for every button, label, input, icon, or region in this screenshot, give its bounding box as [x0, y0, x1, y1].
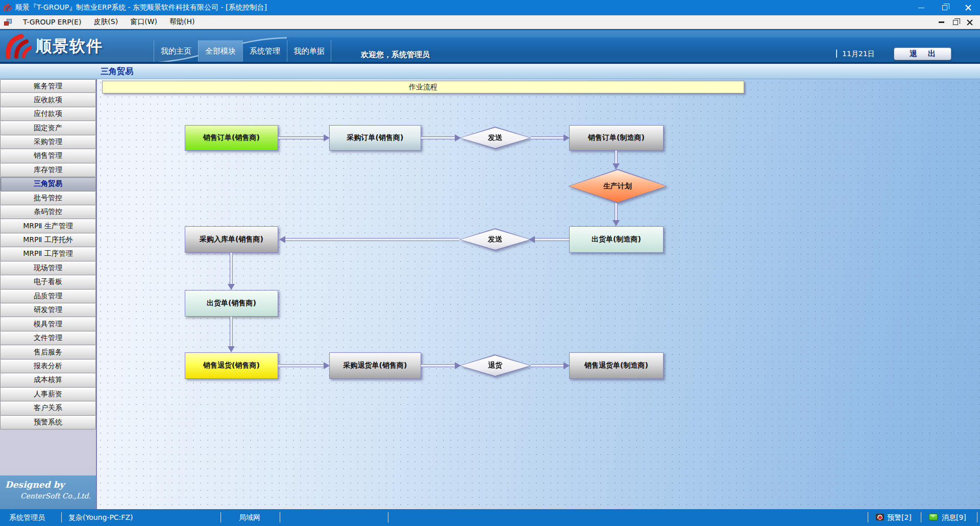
- sidebar-item-alert-system[interactable]: 预警系统: [0, 416, 96, 429]
- status-network: 局域网: [239, 513, 260, 522]
- module-sidebar: 账务管理 应收款项 应付款项 固定资产 采购管理 销售管理 库存管理 三角贸易 …: [0, 79, 97, 509]
- window-title: 顺景『T-GROUP』制造业ERP系统 - 东莞顺景软件科技有限公司 - [系统…: [15, 3, 267, 12]
- sidebar-item-costing[interactable]: 成本核算: [0, 373, 96, 387]
- menu-window[interactable]: 窗口(W): [124, 15, 163, 29]
- window-minimize-button[interactable]: [910, 0, 933, 15]
- mdi-restore-button[interactable]: [948, 15, 963, 29]
- flow-arrowhead-left: [529, 236, 535, 243]
- sidebar-item-barcode-control[interactable]: 条码管控: [0, 205, 96, 219]
- sidebar-item-triangle-trade[interactable]: 三角贸易: [0, 177, 96, 191]
- sidebar-filler: [0, 429, 96, 475]
- menu-bar: T-GROUP ERP(E) 皮肤(S) 窗口(W) 帮助(H): [0, 15, 980, 29]
- sidebar-item-payables[interactable]: 应付款项: [0, 107, 96, 121]
- workflow-canvas: 作业流程 销售订单(销售商) 采购订单(销售商) 发送 销售订单(制造商) 生产…: [97, 79, 980, 509]
- menu-help[interactable]: 帮助(H): [163, 15, 201, 29]
- flow-arrowhead-right: [455, 362, 461, 369]
- node-purchase-return-seller[interactable]: 采购退货单(销售商): [329, 352, 421, 379]
- sidebar-item-crm[interactable]: 客户关系: [0, 401, 96, 415]
- flow-arrowhead-left: [279, 236, 285, 243]
- app-header: 顺景软件 我的主页 全部模块 系统管理 我的单据 欢迎您，系统管理员 11月21…: [0, 29, 980, 64]
- module-title-bar: 三角贸易: [0, 64, 980, 79]
- tab-my-documents[interactable]: 我的单据: [287, 40, 331, 62]
- node-shipment-seller[interactable]: 出货单(销售商): [185, 290, 278, 317]
- sidebar-item-hr-payroll[interactable]: 人事薪资: [0, 388, 96, 401]
- header-swoosh-decoration: [0, 30, 980, 64]
- tab-all-modules[interactable]: 全部模块: [198, 40, 242, 62]
- node-purchase-receipt-seller[interactable]: 采购入库单(销售商): [185, 226, 278, 253]
- sidebar-item-receivables[interactable]: 应收款项: [0, 93, 96, 107]
- sidebar-item-reports[interactable]: 报表分析: [0, 360, 96, 373]
- mdi-close-button[interactable]: [963, 15, 977, 29]
- sidebar-item-documents[interactable]: 文件管理: [0, 331, 96, 345]
- node-sales-order-seller[interactable]: 销售订单(销售商): [185, 125, 278, 151]
- designed-by-panel: Designed by CenterSoft Co.,Ltd.: [0, 475, 96, 509]
- menu-tgroup-erp[interactable]: T-GROUP ERP(E): [17, 16, 87, 28]
- flow-arrowhead-right: [564, 362, 570, 369]
- flow-arrowhead-down: [612, 220, 620, 226]
- node-sales-return-maker[interactable]: 销售退货单(制造商): [569, 352, 664, 379]
- sidebar-item-e-kanban[interactable]: 电子看板: [0, 275, 96, 289]
- sidebar-item-sales[interactable]: 销售管理: [0, 149, 96, 163]
- sidebar-item-quality[interactable]: 品质管理: [0, 290, 96, 303]
- sidebar-item-rnd[interactable]: 研发管理: [0, 303, 96, 317]
- status-separator: [220, 512, 221, 522]
- status-separator: [868, 512, 868, 522]
- sidebar-item-purchasing[interactable]: 采购管理: [0, 135, 96, 149]
- flow-arrowhead-right: [324, 134, 330, 141]
- exit-button[interactable]: 退 出: [894, 47, 951, 60]
- sidebar-item-after-sales[interactable]: 售后服务: [0, 345, 96, 359]
- status-messages[interactable]: 消息[9]: [942, 513, 966, 522]
- window-titlebar: 顺景『T-GROUP』制造业ERP系统 - 东莞顺景软件科技有限公司 - [系统…: [0, 0, 980, 15]
- current-date: 11月21日: [842, 50, 875, 59]
- status-user: 系统管理员: [9, 513, 45, 522]
- flow-connector: [531, 136, 566, 139]
- sidebar-item-accounting[interactable]: 账务管理: [0, 79, 96, 93]
- sidebar-item-shopfloor[interactable]: 现场管理: [0, 261, 96, 275]
- tab-system-management[interactable]: 系统管理: [242, 40, 287, 62]
- window-restore-button[interactable]: [933, 0, 957, 15]
- mdi-minimize-button[interactable]: [934, 15, 948, 29]
- tab-my-home[interactable]: 我的主页: [154, 40, 198, 62]
- sidebar-item-mrp2-outsourcing[interactable]: MRPⅡ 工序托外: [0, 233, 96, 247]
- flow-connector: [278, 364, 325, 367]
- flow-connector: [285, 238, 459, 241]
- status-alerts[interactable]: 预警[2]: [887, 513, 912, 522]
- node-shipment-maker[interactable]: 出货单(制造商): [569, 226, 664, 253]
- status-separator: [280, 512, 280, 522]
- flow-arrowhead-down: [228, 284, 235, 290]
- status-machine: 复杂(Young-PC:FZ): [68, 513, 133, 522]
- sidebar-item-batch-control[interactable]: 批号管控: [0, 192, 96, 205]
- sidebar-item-mrp2-process[interactable]: MRPⅡ 工序管理: [0, 247, 96, 261]
- date-separator: [836, 50, 837, 58]
- mdi-child-window-icon: [4, 19, 12, 26]
- node-sales-return-seller[interactable]: 销售退货(销售商): [185, 352, 278, 379]
- node-return-decision[interactable]: 退货: [459, 354, 531, 377]
- header-tabs: 我的主页 全部模块 系统管理 我的单据: [154, 40, 331, 62]
- status-separator: [921, 512, 921, 522]
- welcome-message: 欢迎您，系统管理员: [361, 50, 430, 60]
- window-close-button[interactable]: [957, 0, 980, 15]
- flow-connector: [230, 253, 233, 285]
- node-sales-order-maker[interactable]: 销售订单(制造商): [569, 125, 664, 151]
- flow-arrowhead-down: [228, 346, 235, 352]
- flow-connector: [615, 203, 618, 221]
- node-send-decision-2[interactable]: 发送: [459, 228, 531, 251]
- flow-arrowhead-right: [455, 134, 461, 141]
- node-production-plan[interactable]: 生产计划: [568, 169, 667, 203]
- sidebar-item-mrp2-production[interactable]: MRPⅡ 生产管理: [0, 219, 96, 233]
- node-purchase-order-seller[interactable]: 采购订单(销售商): [329, 125, 421, 151]
- message-envelope-icon: [929, 514, 938, 520]
- sidebar-item-inventory[interactable]: 库存管理: [0, 163, 96, 177]
- flow-arrowhead-down: [612, 163, 620, 170]
- alert-kit-icon: [876, 514, 884, 520]
- sidebar-item-mold[interactable]: 模具管理: [0, 317, 96, 331]
- status-separator: [388, 512, 388, 522]
- flow-arrowhead-right: [564, 134, 570, 141]
- status-separator: [977, 512, 977, 522]
- flow-connector: [421, 136, 457, 139]
- sidebar-item-fixed-assets[interactable]: 固定资产: [0, 121, 96, 135]
- node-send-decision-1[interactable]: 发送: [459, 127, 531, 149]
- menu-skin[interactable]: 皮肤(S): [87, 15, 124, 29]
- flow-connector: [615, 151, 618, 164]
- app-logo-icon: [3, 3, 12, 12]
